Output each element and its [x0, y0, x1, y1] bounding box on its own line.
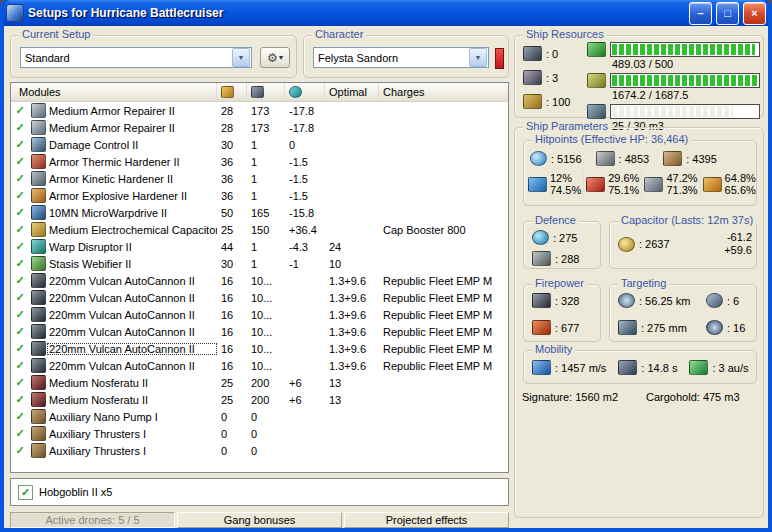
powergrid-column-header[interactable]: [247, 83, 285, 101]
module-enabled-check-icon[interactable]: ✓: [11, 257, 29, 270]
active-drones-tab[interactable]: Active drones: 5 / 5: [10, 512, 175, 528]
module-enabled-check-icon[interactable]: ✓: [11, 393, 29, 406]
module-name[interactable]: Medium Armor Repairer II: [47, 122, 217, 134]
modules-list[interactable]: Modules Optimal Charges ✓Medium Armor Re…: [10, 82, 509, 473]
optimal-column-header[interactable]: Optimal: [325, 83, 379, 101]
cpu-bar-label: 489.03 / 500: [610, 57, 760, 71]
drone-enabled-checkbox[interactable]: ✓: [18, 485, 33, 500]
module-row[interactable]: ✓220mm Vulcan AutoCannon II1610...1.3+9.…: [11, 357, 508, 374]
module-enabled-check-icon[interactable]: ✓: [11, 104, 29, 117]
module-name[interactable]: Auxiliary Thrusters I: [47, 428, 217, 440]
gang-bonuses-tab[interactable]: Gang bonuses: [177, 512, 342, 528]
module-enabled-check-icon[interactable]: ✓: [11, 206, 29, 219]
wrench-icon: ⚙: [267, 52, 278, 64]
charges-column-header[interactable]: Charges: [379, 83, 508, 101]
module-enabled-check-icon[interactable]: ✓: [11, 172, 29, 185]
module-enabled-check-icon[interactable]: ✓: [11, 325, 29, 338]
module-name[interactable]: Auxiliary Nano Pump I: [47, 411, 217, 423]
module-row[interactable]: ✓Armor Thermic Hardener II361-1.5: [11, 153, 508, 170]
module-name[interactable]: 10MN MicroWarpdrive II: [47, 207, 217, 219]
shield-recharge-icon: [532, 230, 549, 245]
module-name[interactable]: Armor Thermic Hardener II: [47, 156, 217, 168]
module-row[interactable]: ✓Damage Control II3010: [11, 136, 508, 153]
app-icon[interactable]: [6, 4, 24, 22]
module-row[interactable]: ✓Auxiliary Thrusters I00: [11, 425, 508, 442]
module-name[interactable]: Medium Armor Repairer II: [47, 105, 217, 117]
module-cap-use: -1.5: [285, 190, 325, 202]
module-row[interactable]: ✓Medium Armor Repairer II28173-17.8: [11, 102, 508, 119]
module-row[interactable]: ✓Medium Electrochemical Capacitor ...251…: [11, 221, 508, 238]
module-enabled-check-icon[interactable]: ✓: [11, 291, 29, 304]
module-row[interactable]: ✓220mm Vulcan AutoCannon II1610...1.3+9.…: [11, 289, 508, 306]
module-name[interactable]: 220mm Vulcan AutoCannon II: [47, 309, 217, 321]
projected-effects-tab[interactable]: Projected effects: [344, 512, 509, 528]
module-row[interactable]: ✓220mm Vulcan AutoCannon II1610...1.3+9.…: [11, 340, 508, 357]
module-name[interactable]: Armor Kinetic Hardener II: [47, 173, 217, 185]
minimize-button[interactable]: –: [689, 2, 712, 25]
module-enabled-check-icon[interactable]: ✓: [11, 444, 29, 457]
module-type-icon: [29, 443, 47, 458]
modules-column-header[interactable]: Modules: [11, 83, 217, 101]
module-charge: Republic Fleet EMP M: [379, 360, 508, 372]
module-charge: Republic Fleet EMP M: [379, 275, 508, 287]
module-enabled-check-icon[interactable]: ✓: [11, 240, 29, 253]
module-enabled-check-icon[interactable]: ✓: [11, 155, 29, 168]
module-row[interactable]: ✓Auxiliary Nano Pump I00: [11, 408, 508, 425]
module-row[interactable]: ✓Medium Nosferatu II25200+613: [11, 391, 508, 408]
capacitor-column-header[interactable]: [285, 83, 325, 101]
module-enabled-check-icon[interactable]: ✓: [11, 223, 29, 236]
module-name[interactable]: 220mm Vulcan AutoCannon II: [47, 343, 217, 355]
module-enabled-check-icon[interactable]: ✓: [11, 308, 29, 321]
module-name[interactable]: 220mm Vulcan AutoCannon II: [47, 275, 217, 287]
module-enabled-check-icon[interactable]: ✓: [11, 121, 29, 134]
module-name[interactable]: 220mm Vulcan AutoCannon II: [47, 360, 217, 372]
module-name[interactable]: Medium Nosferatu II: [47, 394, 217, 406]
module-optimal: 10: [325, 258, 379, 270]
module-name[interactable]: Auxiliary Thrusters I: [47, 445, 217, 457]
module-row[interactable]: ✓Armor Kinetic Hardener II361-1.5: [11, 170, 508, 187]
module-cpu: 36: [217, 156, 247, 168]
character-combobox[interactable]: Felysta Sandorn ▼: [313, 47, 489, 68]
module-name[interactable]: Armor Explosive Hardener II: [47, 190, 217, 202]
module-enabled-check-icon[interactable]: ✓: [11, 427, 29, 440]
close-button[interactable]: ×: [743, 2, 766, 25]
module-name[interactable]: Medium Electrochemical Capacitor ...: [47, 224, 217, 236]
module-row[interactable]: ✓220mm Vulcan AutoCannon II1610...1.3+9.…: [11, 323, 508, 340]
module-row[interactable]: ✓220mm Vulcan AutoCannon II1610...1.3+9.…: [11, 306, 508, 323]
module-name[interactable]: Stasis Webifier II: [47, 258, 217, 270]
module-row[interactable]: ✓10MN MicroWarpdrive II50165-15.8: [11, 204, 508, 221]
module-type-icon: [29, 120, 47, 135]
module-row[interactable]: ✓220mm Vulcan AutoCannon II1610...1.3+9.…: [11, 272, 508, 289]
module-name[interactable]: Warp Disruptor II: [47, 241, 217, 253]
module-type-icon: [29, 324, 47, 339]
module-row[interactable]: ✓Warp Disruptor II441-4.324: [11, 238, 508, 255]
chevron-down-icon[interactable]: ▼: [232, 48, 250, 67]
chevron-down-icon[interactable]: ▼: [469, 48, 487, 67]
module-name[interactable]: 220mm Vulcan AutoCannon II: [47, 326, 217, 338]
module-row[interactable]: ✓Stasis Webifier II301-110: [11, 255, 508, 272]
module-enabled-check-icon[interactable]: ✓: [11, 274, 29, 287]
setup-tools-button[interactable]: ⚙ ▾: [260, 47, 290, 68]
module-enabled-check-icon[interactable]: ✓: [11, 359, 29, 372]
title-bar[interactable]: Setups for Hurricane Battlecruiser – □ ×: [4, 0, 768, 26]
maximize-button[interactable]: □: [716, 2, 739, 25]
setup-combobox[interactable]: Standard ▼: [20, 47, 252, 68]
module-row[interactable]: ✓Armor Explosive Hardener II361-1.5: [11, 187, 508, 204]
launcher-hardpoints-value: : 3: [546, 72, 558, 84]
cpu-column-header[interactable]: [217, 83, 247, 101]
module-row[interactable]: ✓Auxiliary Thrusters I00: [11, 442, 508, 459]
module-enabled-check-icon[interactable]: ✓: [11, 189, 29, 202]
module-name[interactable]: 220mm Vulcan AutoCannon II: [47, 292, 217, 304]
module-name[interactable]: Medium Nosferatu II: [47, 377, 217, 389]
module-enabled-check-icon[interactable]: ✓: [11, 342, 29, 355]
module-row[interactable]: ✓Medium Armor Repairer II28173-17.8: [11, 119, 508, 136]
warp-speed-value: : 3 au/s: [712, 362, 748, 374]
module-row[interactable]: ✓Medium Nosferatu II25200+613: [11, 374, 508, 391]
drones-panel[interactable]: ✓ Hobgoblin II x5: [10, 478, 509, 506]
module-name[interactable]: Damage Control II: [47, 139, 217, 151]
drone-label[interactable]: Hobgoblin II x5: [39, 486, 112, 498]
module-enabled-check-icon[interactable]: ✓: [11, 376, 29, 389]
module-enabled-check-icon[interactable]: ✓: [11, 138, 29, 151]
module-enabled-check-icon[interactable]: ✓: [11, 410, 29, 423]
module-cpu: 16: [217, 275, 247, 287]
